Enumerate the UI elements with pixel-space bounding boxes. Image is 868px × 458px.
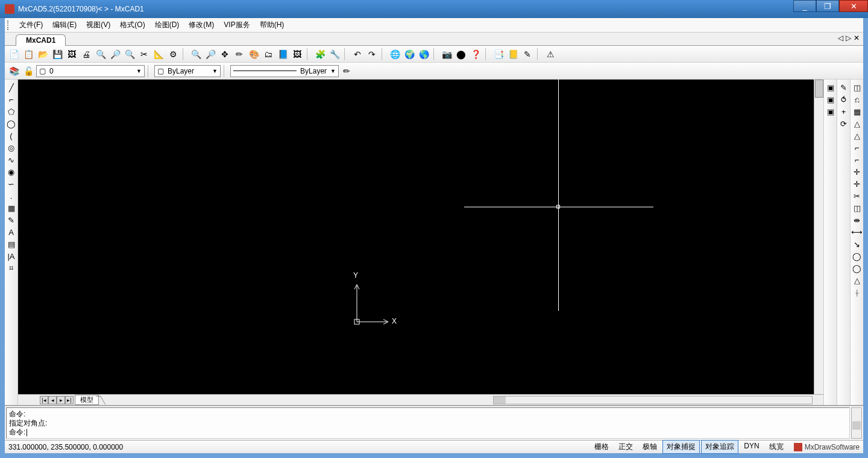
toolbar-button[interactable]: 🔍 [123, 48, 136, 61]
toolbar-button[interactable]: 🔍 [94, 48, 107, 61]
next-icon[interactable]: ▸ [57, 396, 65, 404]
toolbar-button[interactable]: 🖨 [80, 48, 93, 61]
maximize-button[interactable]: ❐ [816, 0, 839, 12]
clipboard-button[interactable]: ▣ [825, 94, 836, 105]
modify-button[interactable]: ◫ [852, 202, 863, 213]
toolbar-button[interactable]: 📐 [152, 48, 165, 61]
prev-icon[interactable]: ◂ [48, 396, 57, 404]
draw-button[interactable]: ▦ [6, 202, 17, 213]
status-toggle[interactable]: 对象追踪 [701, 440, 738, 454]
toolbar-button[interactable]: 📄 [7, 48, 20, 61]
toolbar-button[interactable]: ↷ [365, 48, 379, 61]
toolbar-button[interactable]: 🌍 [403, 48, 416, 61]
toolbar-button[interactable]: 🔎 [204, 48, 217, 61]
status-toggle[interactable]: 栅格 [590, 440, 613, 454]
draw-button[interactable]: ∿ [6, 154, 17, 165]
layers-icon[interactable]: 📚 [7, 64, 20, 78]
toolbar-button[interactable]: 🔧 [328, 48, 341, 61]
toolbar-button[interactable]: 💾 [51, 48, 64, 61]
modify-button[interactable]: ⌐ [852, 142, 863, 153]
menu-item[interactable]: 修改(M) [184, 19, 219, 31]
toolbar-button[interactable]: 🌎 [417, 48, 430, 61]
edit-button[interactable]: ⟳ [838, 118, 849, 129]
draw-button[interactable]: . [6, 190, 17, 201]
toolbar-button[interactable]: 🗂 [262, 48, 275, 61]
last-icon[interactable]: ▸| [65, 396, 74, 404]
modify-button[interactable]: ↘ [852, 239, 863, 249]
menu-item[interactable]: 文件(F) [14, 19, 48, 31]
status-toggle[interactable]: 正交 [614, 440, 637, 454]
draw-button[interactable]: ◯ [6, 118, 17, 129]
toolbar-button[interactable]: 🧩 [313, 48, 327, 61]
menu-item[interactable]: 格式(O) [115, 19, 149, 31]
tab-next-icon[interactable]: ▷ [846, 34, 851, 42]
edit-button[interactable]: + [838, 106, 849, 117]
toolbar-button[interactable]: 🖼 [65, 48, 78, 61]
edit-button[interactable]: ⥀ [838, 94, 849, 105]
modify-button[interactable]: ⌐ [852, 154, 863, 165]
tab-prev-icon[interactable]: ◁ [838, 34, 843, 42]
menu-item[interactable]: 绘图(D) [150, 19, 184, 31]
drawing-canvas[interactable]: Y X [18, 80, 823, 394]
draw-button[interactable]: ▤ [6, 239, 17, 249]
command-scrollbar[interactable] [851, 407, 862, 439]
layer-state-icon[interactable]: 🔓 [22, 64, 35, 78]
menu-item[interactable]: 视图(V) [81, 19, 115, 31]
color-dropdown[interactable]: ▢ ByLayer ▼ [154, 65, 221, 77]
status-toggle[interactable]: 线宽 [765, 440, 788, 454]
modify-button[interactable]: ⇼ [852, 215, 863, 225]
modify-button[interactable]: ⟊ [852, 287, 863, 298]
modify-button[interactable]: ✂ [852, 190, 863, 201]
modify-button[interactable]: △ [852, 130, 863, 141]
toolbar-button[interactable]: ✥ [218, 48, 231, 61]
toolbar-button[interactable]: ↶ [351, 48, 364, 61]
command-history[interactable]: 命令: 指定对角点: 命令: [6, 407, 850, 439]
toolbar-button[interactable]: ✎ [521, 48, 534, 61]
tab-close-icon[interactable]: ✕ [854, 34, 860, 42]
layer-dropdown[interactable]: ▢ 0 ▼ [36, 65, 145, 77]
draw-button[interactable]: ◎ [6, 142, 17, 153]
modify-button[interactable]: ◫ [852, 82, 863, 93]
draw-button[interactable]: ∽ [6, 178, 17, 189]
draw-button[interactable]: ◉ [6, 166, 17, 177]
linetype-edit-icon[interactable]: ✏ [340, 64, 353, 78]
toolbar-button[interactable]: 📘 [276, 48, 289, 61]
toolbar-button[interactable]: ⚙ [166, 48, 180, 61]
status-toggle[interactable]: DYN [740, 440, 763, 454]
modify-button[interactable]: △ [852, 275, 863, 286]
toolbar-button[interactable]: ✂ [137, 48, 151, 61]
menu-item[interactable]: VIP服务 [219, 19, 254, 31]
draw-button[interactable]: ( [6, 130, 17, 141]
toolbar-button[interactable]: 📷 [440, 48, 453, 61]
modify-button[interactable]: △ [852, 118, 863, 129]
toolbar-button[interactable]: 🌐 [388, 48, 401, 61]
toolbar-button[interactable]: ⚠ [544, 48, 557, 61]
modify-button[interactable]: ⎌ [852, 94, 863, 105]
toolbar-button[interactable]: 🔎 [108, 48, 122, 61]
toolbar-button[interactable]: 📂 [36, 48, 49, 61]
modify-button[interactable]: ✛ [852, 166, 863, 177]
toolbar-button[interactable]: 📋 [22, 48, 35, 61]
modify-button[interactable]: ◯ [852, 251, 863, 262]
draw-button[interactable]: ⌐ [6, 94, 17, 105]
linetype-dropdown[interactable]: ByLayer ▼ [230, 65, 339, 77]
toolbar-button[interactable]: 🔍 [189, 48, 203, 61]
draw-button[interactable]: |A [6, 251, 17, 262]
clipboard-button[interactable]: ▣ [825, 82, 836, 93]
draw-button[interactable]: ✎ [6, 215, 17, 225]
vertical-scrollbar[interactable] [814, 80, 823, 394]
toolbar-button[interactable]: ❓ [469, 48, 482, 61]
draw-button[interactable]: ⬠ [6, 106, 17, 117]
modify-button[interactable]: ▦ [852, 106, 863, 117]
first-icon[interactable]: |◂ [40, 396, 48, 404]
toolbar-button[interactable]: ✏ [233, 48, 246, 61]
modify-button[interactable]: ◯ [852, 263, 863, 274]
status-toggle[interactable]: 对象捕捉 [662, 440, 700, 454]
toolbar-button[interactable]: 🖼 [291, 48, 304, 61]
draw-button[interactable]: ╱ [6, 82, 17, 93]
draw-button[interactable]: ⌗ [6, 263, 17, 274]
draw-button[interactable]: A [6, 227, 17, 237]
model-tab[interactable]: 模型 [75, 395, 99, 405]
toolbar-button[interactable]: 📒 [506, 48, 520, 61]
menu-item[interactable]: 编辑(E) [48, 19, 81, 31]
